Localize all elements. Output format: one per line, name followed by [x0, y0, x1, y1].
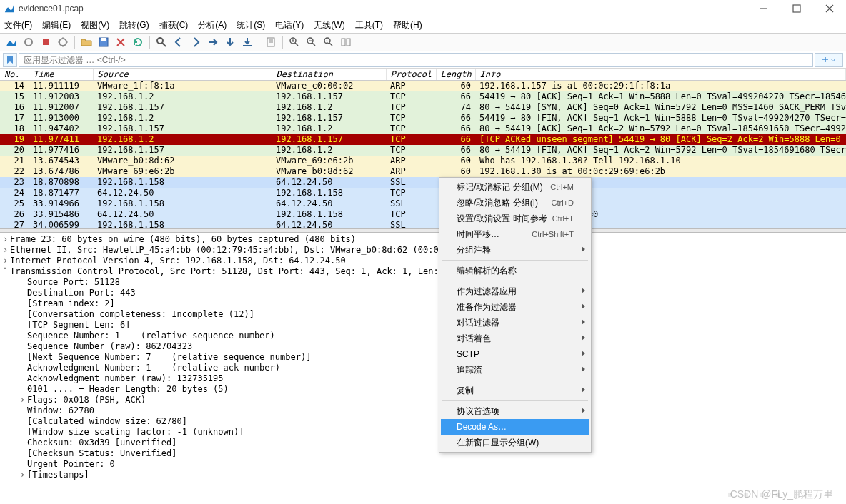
- capture-options-button[interactable]: [56, 35, 70, 49]
- menu-file[interactable]: 文件(F): [4, 19, 32, 31]
- resize-cols-button[interactable]: [339, 35, 353, 49]
- stop-capture-button[interactable]: [21, 35, 36, 49]
- packet-row[interactable]: 1711.913000192.168.1.2192.168.1.157TCP66…: [0, 113, 846, 124]
- detail-line[interactable]: Urgent Pointer: 0: [3, 459, 843, 470]
- detail-line[interactable]: Source Port: 51128: [3, 277, 843, 288]
- packet-row[interactable]: 1611.912007192.168.1.157192.168.1.2TCP74…: [0, 102, 846, 113]
- context-menu-item[interactable]: 分组注释: [441, 242, 589, 258]
- packet-row[interactable]: 1811.947402192.168.1.157192.168.1.2TCP66…: [0, 124, 846, 134]
- goto-last-button[interactable]: [240, 35, 254, 49]
- detail-line[interactable]: Destination Port: 443: [3, 288, 843, 298]
- detail-line[interactable]: ›Frame 23: 60 bytes on wire (480 bits), …: [3, 234, 843, 245]
- detail-line[interactable]: ›[Timestamps]: [3, 470, 843, 480]
- col-length[interactable]: Length: [436, 69, 475, 81]
- menu-view[interactable]: 视图(V): [81, 19, 109, 31]
- minimize-button[interactable]: [747, 0, 780, 17]
- packet-row[interactable]: 2533.914966192.168.1.15864.12.24.50SSL: [0, 198, 846, 209]
- context-menu-item[interactable]: 作为过滤器应用: [441, 283, 589, 299]
- goto-first-button[interactable]: [223, 35, 237, 49]
- close-file-button[interactable]: [114, 35, 128, 49]
- zoom-reset-button[interactable]: 1: [322, 35, 336, 49]
- detail-line[interactable]: ›Ethernet II, Src: HewlettP_45:a4:bb (00…: [3, 245, 843, 256]
- menu-capture[interactable]: 捕获(C): [159, 19, 189, 31]
- packet-list-table[interactable]: No. Time Source Destination Protocol Len…: [0, 69, 846, 228]
- packet-row[interactable]: 2113.674543VMware_b0:8d:62VMware_69:e6:2…: [0, 156, 846, 166]
- packet-row[interactable]: 2418.87147764.12.24.50192.168.1.158TCP A…: [0, 188, 846, 198]
- detail-line[interactable]: Checksum: 0x3d39 [unverified]: [3, 438, 843, 448]
- detail-line[interactable]: Acknowledgment number (raw): 132735195: [3, 373, 843, 384]
- detail-line[interactable]: [Checksum Status: Unverified]: [3, 448, 843, 459]
- expand-closed-icon[interactable]: ›: [20, 395, 27, 405]
- col-dest[interactable]: Destination: [272, 69, 386, 81]
- detail-line[interactable]: ›Internet Protocol Version 4, Src: 192.1…: [3, 256, 843, 266]
- packet-details-pane[interactable]: ›Frame 23: 60 bytes on wire (480 bits), …: [0, 233, 846, 482]
- zoom-in-button[interactable]: [287, 35, 302, 49]
- expand-closed-icon[interactable]: ›: [3, 234, 10, 245]
- detail-line[interactable]: ›Flags: 0x018 (PSH, ACK): [3, 395, 843, 405]
- menu-analyze[interactable]: 分析(A): [198, 19, 227, 31]
- detail-line[interactable]: Sequence Number: 1 (relative sequence nu…: [3, 331, 843, 341]
- packet-row[interactable]: 2011.977416192.168.1.157192.168.1.2TCP66…: [0, 145, 846, 156]
- find-button[interactable]: [154, 35, 169, 49]
- context-menu-item[interactable]: 编辑解析的名称: [441, 263, 589, 278]
- detail-line[interactable]: [Window size scaling factor: -1 (unknown…: [3, 427, 843, 438]
- col-proto[interactable]: Protocol: [386, 69, 436, 81]
- context-menu-item[interactable]: 追踪流: [441, 362, 589, 378]
- menu-tools[interactable]: 工具(T): [355, 19, 383, 31]
- menu-stats[interactable]: 统计(S): [237, 19, 265, 31]
- expand-closed-icon[interactable]: ›: [20, 470, 27, 480]
- context-menu-item[interactable]: 设置/取消设置 时间参考Ctrl+T: [441, 211, 589, 226]
- detail-line[interactable]: 0101 .... = Header Length: 20 bytes (5): [3, 384, 843, 395]
- menu-phone[interactable]: 电话(Y): [275, 19, 304, 31]
- reload-button[interactable]: [131, 35, 145, 49]
- context-menu-item[interactable]: 复制: [441, 383, 589, 398]
- maximize-button[interactable]: [780, 0, 813, 17]
- context-menu-item[interactable]: 准备作为过滤器: [441, 299, 589, 315]
- expand-closed-icon[interactable]: ›: [3, 245, 10, 256]
- detail-line[interactable]: [TCP Segment Len: 6]: [3, 320, 843, 331]
- packet-row[interactable]: 1511.912003192.168.1.2192.168.1.157TCP66…: [0, 91, 846, 102]
- context-menu-item[interactable]: 协议首选项: [441, 403, 589, 419]
- menu-edit[interactable]: 编辑(E): [42, 19, 71, 31]
- packet-row[interactable]: 2318.870898192.168.1.15864.12.24.50SSL60…: [0, 177, 846, 188]
- menu-wireless[interactable]: 无线(W): [314, 19, 344, 31]
- restart-capture-button[interactable]: [39, 35, 53, 49]
- packet-row[interactable]: 2633.91548664.12.24.50192.168.1.158TCP A…: [0, 209, 846, 220]
- detail-line[interactable]: [Calculated window size: 62780]: [3, 416, 843, 427]
- expand-open-icon[interactable]: ˅: [3, 266, 10, 277]
- packet-row[interactable]: 1411.911119VMware_1f:f8:1aVMware_c0:00:0…: [0, 81, 846, 91]
- zoom-out-button[interactable]: [304, 35, 319, 49]
- detail-line[interactable]: [Next Sequence Number: 7 (relative seque…: [3, 352, 843, 363]
- packet-list-header[interactable]: No. Time Source Destination Protocol Len…: [0, 69, 846, 81]
- detail-line[interactable]: Sequence Number (raw): 862704323: [3, 341, 843, 352]
- packet-row[interactable]: 2734.006599192.168.1.15864.12.24.50SSL: [0, 220, 846, 229]
- packet-row[interactable]: 1911.977411192.168.1.2192.168.1.157TCP66…: [0, 134, 846, 145]
- detail-line[interactable]: Window: 62780: [3, 405, 843, 416]
- start-capture-button[interactable]: [4, 35, 19, 49]
- nav-fwd-button[interactable]: [189, 35, 203, 49]
- context-menu-item[interactable]: 标记/取消标记 分组(M)Ctrl+M: [441, 179, 589, 195]
- col-no[interactable]: No.: [0, 69, 29, 81]
- context-menu-item[interactable]: 对话着色: [441, 331, 589, 346]
- filter-expression-button[interactable]: [815, 53, 843, 67]
- menu-help[interactable]: 帮助(H): [393, 19, 422, 31]
- context-menu-item[interactable]: 忽略/取消忽略 分组(I)Ctrl+D: [441, 195, 589, 211]
- open-file-button[interactable]: [79, 35, 94, 49]
- autoscroll-button[interactable]: [264, 35, 278, 49]
- detail-line[interactable]: [Stream index: 2]: [3, 298, 843, 309]
- context-menu-item[interactable]: 对话过滤器: [441, 315, 589, 331]
- context-menu-item[interactable]: 时间平移…Ctrl+Shift+T: [441, 226, 589, 242]
- display-filter-input[interactable]: [19, 53, 813, 67]
- col-info[interactable]: Info: [475, 69, 846, 81]
- nav-back-button[interactable]: [171, 35, 186, 49]
- context-menu-item[interactable]: Decode As…: [441, 419, 589, 435]
- detail-line[interactable]: [Conversation completeness: Incomplete (…: [3, 309, 843, 320]
- detail-line[interactable]: ˅Transmission Control Protocol, Src Port…: [3, 266, 843, 277]
- save-file-button[interactable]: [96, 35, 111, 49]
- goto-packet-button[interactable]: [206, 35, 220, 49]
- bookmark-filter-icon[interactable]: [3, 53, 17, 67]
- close-button[interactable]: [813, 0, 846, 17]
- context-menu-item[interactable]: SCTP: [441, 346, 589, 362]
- expand-closed-icon[interactable]: ›: [3, 256, 10, 266]
- packet-row[interactable]: 2213.674786VMware_69:e6:2bVMware_b0:8d:6…: [0, 166, 846, 177]
